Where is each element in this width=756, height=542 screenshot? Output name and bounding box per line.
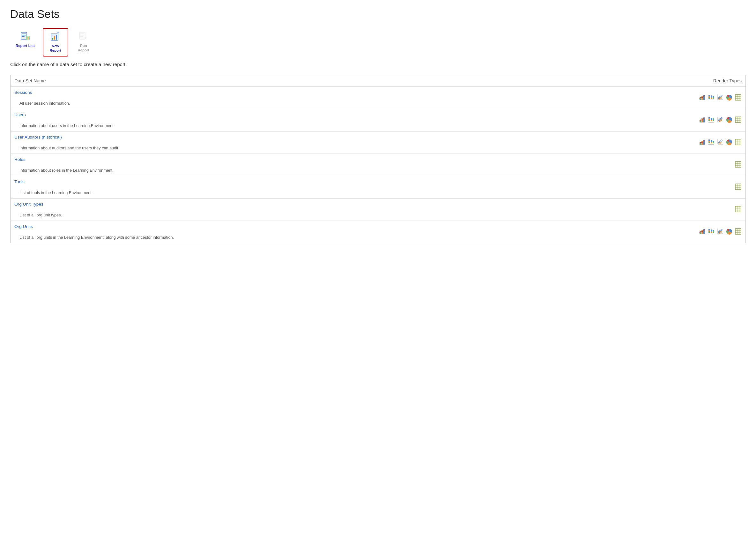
svg-point-125 [719, 232, 720, 233]
page-title: Data Sets [10, 8, 746, 20]
svg-rect-6 [28, 37, 28, 39]
dataset-link-tools[interactable]: Tools [14, 179, 580, 184]
scatter-icon[interactable] [717, 116, 724, 123]
pie-icon[interactable] [726, 116, 733, 123]
svg-rect-15 [80, 35, 84, 35]
svg-point-35 [719, 98, 720, 99]
svg-rect-72 [708, 139, 710, 141]
dataset-cell-tools: ToolsList of tools in the Learning Envir… [11, 176, 584, 198]
render-icons-roles [735, 161, 742, 168]
table-row: Org Unit TypesList of all org unit types… [11, 198, 746, 221]
col-header-render: Render Types [584, 75, 745, 87]
table-row: RolesInformation about roles in the Lear… [11, 154, 746, 176]
run-report-icon [79, 32, 88, 42]
svg-rect-93 [735, 161, 741, 167]
svg-point-61 [721, 119, 722, 121]
svg-rect-52 [713, 118, 714, 119]
svg-rect-38 [735, 94, 741, 100]
dataset-link-org-units[interactable]: Org Units [14, 224, 580, 229]
stacked-bar-icon[interactable] [708, 94, 715, 101]
bar-chart-icon[interactable] [699, 116, 706, 123]
render-icons-sessions [699, 94, 742, 101]
col-header-name: Data Set Name [11, 75, 584, 87]
svg-rect-88 [735, 139, 741, 145]
pie-icon[interactable] [726, 94, 733, 101]
svg-rect-24 [708, 97, 710, 99]
bar-chart-icon[interactable] [699, 94, 706, 101]
dataset-link-roles[interactable]: Roles [14, 157, 580, 162]
scatter-icon[interactable] [717, 94, 724, 101]
svg-rect-14 [80, 33, 84, 34]
svg-rect-116 [711, 231, 712, 233]
svg-rect-3 [22, 36, 25, 37]
dataset-cell-users: UsersInformation about users in the Lear… [11, 109, 584, 131]
svg-point-34 [721, 95, 722, 96]
svg-rect-22 [708, 95, 710, 96]
svg-rect-8 [52, 38, 53, 40]
dataset-desc-roles: Information about roles in the Learning … [14, 168, 114, 173]
dataset-link-user-auditors[interactable]: User Auditors (historical) [14, 135, 580, 139]
table-header-row: Data Set Name Render Types [11, 75, 746, 87]
dataset-desc-sessions: All user session information. [14, 101, 70, 106]
svg-rect-9 [54, 36, 55, 40]
svg-rect-49 [708, 120, 710, 121]
report-list-label: Report List [16, 44, 35, 48]
svg-rect-51 [711, 120, 712, 121]
run-report-label: RunReport [78, 44, 90, 52]
table-row: SessionsAll user session information. [11, 87, 746, 109]
svg-rect-27 [713, 96, 714, 97]
svg-rect-48 [708, 118, 710, 120]
svg-rect-128 [735, 228, 741, 234]
table-row: Org UnitsList of all org units in the Le… [11, 221, 746, 243]
svg-rect-114 [708, 231, 710, 233]
pie-icon[interactable] [726, 228, 733, 235]
dataset-desc-org-unit-types: List of all org unit types. [14, 213, 62, 217]
stacked-bar-icon[interactable] [708, 116, 715, 123]
dataset-link-users[interactable]: Users [14, 112, 580, 117]
render-icons-tools [735, 183, 742, 190]
grid-icon[interactable] [735, 161, 742, 168]
grid-icon[interactable] [735, 116, 742, 123]
svg-rect-75 [711, 140, 712, 142]
svg-rect-26 [711, 97, 712, 99]
render-cell-sessions [584, 87, 745, 109]
report-list-button[interactable]: Report List [10, 28, 40, 52]
svg-rect-13 [79, 32, 85, 39]
dataset-cell-sessions: SessionsAll user session information. [11, 87, 584, 109]
grid-icon[interactable] [735, 139, 742, 146]
svg-point-84 [721, 140, 722, 141]
svg-rect-73 [708, 141, 710, 142]
render-cell-tools [584, 176, 745, 198]
svg-rect-103 [735, 206, 741, 212]
render-icons-org-unit-types [735, 206, 742, 213]
grid-icon[interactable] [735, 183, 742, 190]
svg-rect-47 [708, 117, 710, 118]
stacked-bar-icon[interactable] [708, 228, 715, 235]
pie-icon[interactable] [726, 139, 733, 146]
render-icons-users [699, 116, 742, 123]
dataset-desc-user-auditors: Information about auditors and the users… [14, 146, 119, 150]
grid-icon[interactable] [735, 228, 742, 235]
toolbar: Report List NewReport RunReport [10, 28, 746, 56]
table-row: User Auditors (historical)Information ab… [11, 131, 746, 154]
dataset-link-sessions[interactable]: Sessions [14, 90, 580, 95]
dataset-desc-org-units: List of all org units in the Learning En… [14, 235, 174, 240]
scatter-icon[interactable] [717, 228, 724, 235]
dataset-link-org-unit-types[interactable]: Org Unit Types [14, 202, 580, 206]
new-report-label: NewReport [50, 44, 62, 53]
render-cell-org-unit-types [584, 198, 745, 221]
run-report-button[interactable]: RunReport [71, 28, 96, 56]
svg-rect-10 [56, 35, 57, 40]
bar-chart-icon[interactable] [699, 228, 706, 235]
grid-icon[interactable] [735, 94, 742, 101]
svg-rect-76 [711, 142, 712, 143]
new-report-button[interactable]: NewReport [43, 28, 68, 56]
scatter-icon[interactable] [717, 139, 724, 146]
stacked-bar-icon[interactable] [708, 139, 715, 146]
svg-rect-113 [708, 230, 710, 231]
svg-rect-25 [711, 95, 712, 97]
bar-chart-icon[interactable] [699, 139, 706, 146]
table-row: ToolsList of tools in the Learning Envir… [11, 176, 746, 198]
data-sets-table: Data Set Name Render Types SessionsAll u… [10, 75, 746, 243]
grid-icon[interactable] [735, 206, 742, 213]
